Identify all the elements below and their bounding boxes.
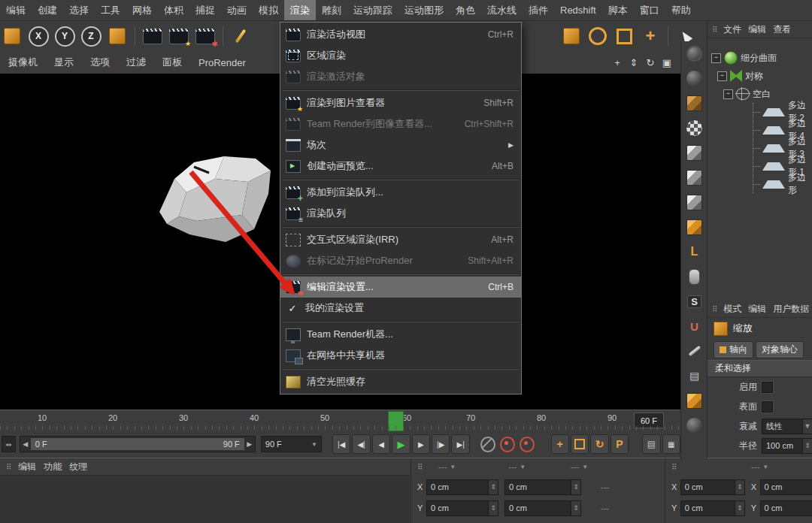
menu-item-start-prorender[interactable]: 在标记处开始ProRender Shift+Alt+R xyxy=(280,250,521,271)
lock-z-axis-button[interactable]: Z xyxy=(79,23,103,49)
position-x-field[interactable]: 0 cm ⇕ xyxy=(426,479,498,495)
spinner-icon[interactable]: ⇕ xyxy=(735,501,744,515)
viewport-menu-prorender[interactable]: ProRender xyxy=(190,57,254,68)
panel-grip-icon[interactable]: ⠿ xyxy=(6,463,11,471)
clipped-bottom-button[interactable] xyxy=(684,416,705,434)
lock-y-axis-button[interactable]: Y xyxy=(53,23,77,49)
edit-render-settings-button[interactable] xyxy=(193,23,217,49)
polygons-mode-button[interactable] xyxy=(684,218,705,236)
pen-tool-button[interactable] xyxy=(229,23,253,49)
size-header[interactable]: --- xyxy=(508,462,517,471)
column-header[interactable]: --- xyxy=(751,462,759,471)
position-y-field[interactable]: 0 cm ⇕ xyxy=(426,500,498,516)
goto-end-button[interactable]: ▶| xyxy=(451,434,469,454)
next-key-button[interactable]: |▶ xyxy=(432,434,450,454)
collapse-icon[interactable]: − xyxy=(723,89,733,99)
menubar-item-help[interactable]: 帮助 xyxy=(665,0,697,20)
range-right-arrow-icon[interactable]: ▶ xyxy=(244,440,255,448)
menubar-item-edit[interactable]: 编辑 xyxy=(0,0,32,20)
generator-ring-button[interactable] xyxy=(586,23,610,49)
menu-item-render-active-objects[interactable]: 渲染激活对象 xyxy=(280,66,521,87)
om-menu-file[interactable]: 文件 xyxy=(723,23,741,36)
edges-mode-button[interactable] xyxy=(684,193,705,211)
rotate-view-icon[interactable]: ↻ xyxy=(644,57,656,68)
magnet-snap-button[interactable]: U xyxy=(684,317,705,335)
soft-selection-section[interactable]: 柔和选择 xyxy=(707,360,812,377)
lock-x-axis-button[interactable]: X xyxy=(26,23,50,49)
x-value-field[interactable]: 0 cm ⇕ xyxy=(680,479,745,495)
layers-button[interactable]: ▤ xyxy=(684,367,705,385)
spinner-icon[interactable]: ⇕ xyxy=(488,501,498,515)
size-y-field[interactable]: 0 cm ⇕ xyxy=(504,500,581,516)
menubar-item-character[interactable]: 角色 xyxy=(450,0,481,20)
key-parameter-button[interactable]: P xyxy=(611,434,629,454)
axis-mode-button[interactable]: L xyxy=(684,243,705,261)
menubar-item-sculpt[interactable]: 雕刻 xyxy=(316,0,347,20)
tree-item-subdivision-surface[interactable]: − 细分曲面 xyxy=(707,49,812,67)
panel-grip-icon[interactable]: ⠿ xyxy=(671,463,676,471)
material-cube-button[interactable] xyxy=(684,391,705,410)
size-x-field[interactable]: 0 cm ⇕ xyxy=(504,479,581,495)
am-menu-userdata[interactable]: 用户数据 xyxy=(773,303,809,316)
motion-layout-button[interactable]: ▦ xyxy=(662,434,680,454)
spinner-icon[interactable]: ⇕ xyxy=(802,439,812,453)
menubar-item-motion-tracker[interactable]: 运动跟踪 xyxy=(347,0,398,20)
viewport-solo-button[interactable] xyxy=(684,268,705,286)
spinner-icon[interactable]: ⇕ xyxy=(571,501,580,515)
key-scale-button[interactable] xyxy=(571,434,589,454)
menu-item-flush-illumination-caches[interactable]: 清空光照缓存 xyxy=(280,371,521,392)
menu-item-edit-render-settings[interactable]: 编辑渲染设置... Ctrl+B xyxy=(280,277,521,298)
menubar-item-snap[interactable]: 捕捉 xyxy=(189,0,221,20)
clipped-tool-icon[interactable] xyxy=(0,23,24,49)
model-mode-button[interactable] xyxy=(684,94,705,112)
object-axis-button[interactable]: 对象轴心 xyxy=(756,341,804,358)
menu-item-team-render-to-viewer[interactable]: Team Render到图像查看器... Ctrl+Shift+R xyxy=(280,113,521,135)
make-editable-button[interactable] xyxy=(684,44,705,62)
menu-item-render-to-picture-viewer[interactable]: 渲染到图片查看器 Shift+R xyxy=(280,92,521,113)
x2-value-field[interactable]: 0 cm xyxy=(760,479,812,495)
play-button[interactable]: ▶ xyxy=(392,434,410,454)
previous-frame-button[interactable]: ◀ xyxy=(372,434,390,454)
surface-checkbox[interactable] xyxy=(762,401,773,413)
y2-value-field[interactable]: 0 cm xyxy=(760,500,812,516)
material-menu-function[interactable]: 功能 xyxy=(44,461,62,473)
falloff-dropdown[interactable]: 线性 ▼ xyxy=(762,419,812,434)
viewport-menu-panel[interactable]: 面板 xyxy=(154,56,190,69)
menubar-item-animate[interactable]: 动画 xyxy=(221,0,253,20)
menubar-item-select[interactable]: 选择 xyxy=(63,0,95,20)
preview-range-slider[interactable]: ◀ 0 F 90 F ▶ xyxy=(20,436,256,452)
next-frame-button[interactable]: ▶ xyxy=(412,434,430,454)
menubar-item-volume[interactable]: 体积 xyxy=(158,0,189,20)
spinner-icon[interactable]: ⇕ xyxy=(735,480,744,494)
timeline-ruler[interactable]: 10 20 30 40 50 60 70 80 90 60 F xyxy=(0,410,680,432)
knife-tool-button[interactable] xyxy=(684,342,705,360)
panel-grip-icon[interactable]: ⠿ xyxy=(417,463,422,471)
collapse-icon[interactable]: − xyxy=(717,71,727,81)
viewport-menu-options[interactable]: 选项 xyxy=(82,56,118,69)
menubar-item-mesh[interactable]: 网格 xyxy=(126,0,158,20)
render-view-button[interactable] xyxy=(141,23,165,49)
menu-item-interactive-region-render[interactable]: 交互式区域渲染(IRR) Alt+R xyxy=(280,229,521,250)
autokey-button[interactable] xyxy=(520,437,535,452)
coordinate-system-button[interactable] xyxy=(105,23,129,49)
viewport-menu-display[interactable]: 显示 xyxy=(46,56,82,69)
menubar-item-simulate[interactable]: 模拟 xyxy=(253,0,284,20)
material-menu-edit[interactable]: 编辑 xyxy=(18,461,36,473)
menu-item-render-active-view[interactable]: 渲染活动视图 Ctrl+R xyxy=(280,24,521,45)
current-state-button[interactable] xyxy=(684,69,705,87)
zoom-view-icon[interactable]: ⇕ xyxy=(628,57,640,68)
menubar-item-render[interactable]: 渲染 xyxy=(284,0,316,20)
y-value-field[interactable]: 0 cm ⇕ xyxy=(680,500,745,516)
spinner-icon[interactable]: ⇕ xyxy=(571,480,580,494)
tree-item-polygon[interactable]: 多边形 xyxy=(753,175,812,193)
range-left-arrow-icon[interactable]: ◀ xyxy=(20,440,31,448)
max-frame-field[interactable]: 90 F ▼ xyxy=(261,436,322,452)
maximize-view-icon[interactable]: ▣ xyxy=(661,57,673,68)
material-menu-texture[interactable]: 纹理 xyxy=(69,461,87,473)
range-bar[interactable]: 0 F 90 F xyxy=(31,438,244,450)
texture-mode-button[interactable] xyxy=(684,119,705,137)
snap-settings-button[interactable]: S xyxy=(684,292,705,310)
keyframe-selection-button[interactable] xyxy=(480,437,495,452)
menu-item-add-to-render-queue[interactable]: 添加到渲染队列... xyxy=(280,182,521,203)
add-object-button[interactable]: + xyxy=(638,23,662,49)
